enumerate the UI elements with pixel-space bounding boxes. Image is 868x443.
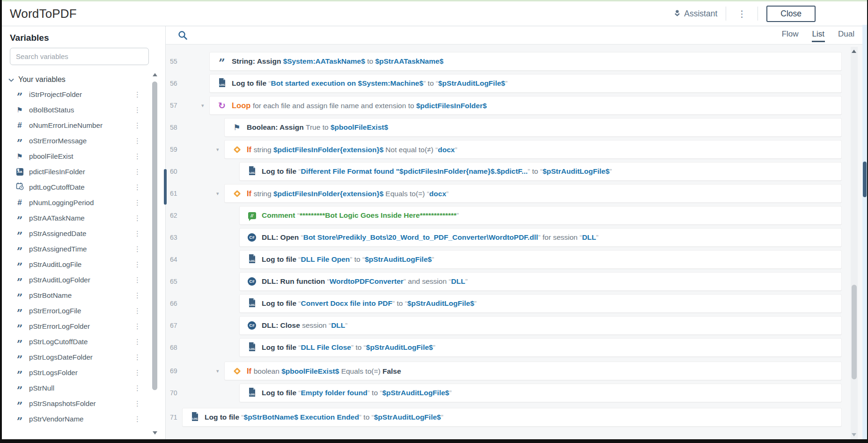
variable-menu-button[interactable]: ⋮ xyxy=(132,291,143,300)
tab-flow[interactable]: Flow xyxy=(781,28,799,42)
variable-menu-button[interactable]: ⋮ xyxy=(132,275,143,284)
variable-row[interactable]: #pNumLoggingPeriod⋮ xyxy=(2,195,165,210)
variable-row[interactable]: ⚑oBolBotStatus⋮ xyxy=(2,102,165,118)
action-card[interactable]: LOGLog to file “Bot started execution on… xyxy=(209,74,842,93)
string-type-icon: ” xyxy=(17,294,23,301)
scroll-down-arrow-icon[interactable] xyxy=(153,431,157,435)
action-card[interactable]: LOGLog to file “$pStrBotName$ Execution … xyxy=(182,408,842,427)
action-card[interactable]: LOGLog to file “DLL File Close” to “$pSt… xyxy=(239,338,842,357)
collapse-caret-icon[interactable]: ▾ xyxy=(216,368,219,374)
scroll-down-arrow-icon[interactable] xyxy=(852,433,856,436)
action-card[interactable]: ”String: Assign $System:AATaskName$ to $… xyxy=(209,52,842,71)
variable-row[interactable]: ”pStrAssignedTime⋮ xyxy=(2,241,165,257)
close-button[interactable]: Close xyxy=(766,6,816,22)
more-options-button[interactable]: ⋮ xyxy=(735,8,749,19)
variable-menu-button[interactable]: ⋮ xyxy=(132,183,143,192)
variable-menu-button[interactable]: ⋮ xyxy=(132,353,143,362)
sidebar-scrollbar[interactable] xyxy=(152,73,158,435)
variable-menu-button[interactable]: ⋮ xyxy=(132,229,143,238)
variable-row[interactable]: ”pStrAATaskName⋮ xyxy=(2,210,165,226)
action-row: 56LOGLog to file “Bot started execution … xyxy=(166,74,842,93)
action-card[interactable]: LOGLog to file “Different File Format fo… xyxy=(239,162,842,181)
variable-menu-button[interactable]: ⋮ xyxy=(132,121,143,130)
variable-row[interactable]: ”pStrAuditLogFile⋮ xyxy=(2,257,165,272)
variable-row[interactable]: #oNumErrorLineNumber⋮ xyxy=(2,118,165,133)
variable-row[interactable]: ”oStrErrorMessage⋮ xyxy=(2,133,165,148)
window-top-strip xyxy=(2,0,867,1)
variable-row[interactable]: ”pStrLogsDateFolder⋮ xyxy=(2,349,165,365)
variable-row[interactable]: ”pStrSnapshotsFolder⋮ xyxy=(2,396,165,411)
variable-menu-button[interactable]: ⋮ xyxy=(132,198,143,207)
variable-menu-button[interactable]: ⋮ xyxy=(132,90,143,99)
your-variables-group[interactable]: Your variables xyxy=(8,75,165,84)
action-text: Log to file “Convert Docx file into PDF”… xyxy=(262,299,477,308)
action-row: 55”String: Assign $System:AATaskName$ to… xyxy=(166,52,842,71)
scroll-up-arrow-icon[interactable] xyxy=(153,73,157,76)
variable-menu-button[interactable]: ⋮ xyxy=(132,337,143,346)
svg-text:LOG: LOG xyxy=(249,259,255,262)
action-text: Log to file “$pStrBotName$ Execution End… xyxy=(205,413,443,421)
variable-menu-button[interactable]: ⋮ xyxy=(132,384,143,392)
variable-row[interactable]: pdtLogCutoffDate⋮ xyxy=(2,179,165,195)
variable-row[interactable]: ”pStrVendorName⋮ xyxy=(2,411,165,427)
variable-name: pStrVendorName xyxy=(29,415,84,423)
variable-row[interactable]: ⚑pboolFileExist⋮ xyxy=(2,148,165,164)
line-number: 55 xyxy=(170,58,177,65)
if-diamond-icon xyxy=(233,146,241,153)
action-list-scrollbar[interactable] xyxy=(851,47,858,439)
string-type-icon: ” xyxy=(17,279,23,285)
action-card[interactable]: LOGLog to file “DLL File Open” to “$pStr… xyxy=(239,250,842,269)
variable-row[interactable]: ”pStrNull⋮ xyxy=(2,380,165,396)
search-actions-icon[interactable] xyxy=(178,30,188,42)
variable-menu-button[interactable]: ⋮ xyxy=(132,322,143,331)
variable-row[interactable]: ”iStrProjectFolder⋮ xyxy=(2,87,165,102)
action-list-scrollbar-thumb[interactable] xyxy=(852,285,857,379)
variable-menu-button[interactable]: ⋮ xyxy=(132,260,143,269)
variable-row[interactable]: ”pStrAssignedDate⋮ xyxy=(2,226,165,241)
variable-row[interactable]: ”pStrLogsFolder⋮ xyxy=(2,365,165,380)
bot-editor-window: WordToPDF Assistant ⋮ Close Variables Yo… xyxy=(2,1,867,439)
variable-menu-button[interactable]: ⋮ xyxy=(132,152,143,161)
action-card[interactable]: If string $pdictFilesInFolder{extension}… xyxy=(224,140,842,159)
variable-row[interactable]: ”pStrLogCutoffDate⋮ xyxy=(2,334,165,349)
action-card[interactable]: LOGLog to file “Convert Docx file into P… xyxy=(239,294,842,313)
variable-row[interactable]: ”pStrErrorLogFolder⋮ xyxy=(2,318,165,334)
scroll-up-arrow-icon[interactable] xyxy=(852,50,856,53)
action-card[interactable]: C#DLL: Run function “WordtoPDFConverter”… xyxy=(239,272,842,291)
variable-menu-button[interactable]: ⋮ xyxy=(132,167,143,176)
variable-row[interactable]: ”pStrBotName⋮ xyxy=(2,288,165,303)
action-card[interactable]: //Comment “*********Bot Logic Goes Insid… xyxy=(239,206,842,225)
divider-scroll-thumb[interactable] xyxy=(164,169,167,205)
action-card[interactable]: C#DLL: Open “Bot Store\Predikly_Bots\20_… xyxy=(239,228,842,247)
collapse-caret-icon[interactable]: ▾ xyxy=(216,147,219,153)
action-card[interactable]: C#DLL: Close session “DLL” xyxy=(239,316,842,335)
variable-row[interactable]: ”pStrAuditLogFolder⋮ xyxy=(2,272,165,288)
page-scrollbar-thumb[interactable] xyxy=(863,162,867,197)
line-number: 61 xyxy=(170,190,177,197)
action-card[interactable]: If string $pdictFilesInFolder{extension}… xyxy=(224,184,842,203)
action-card[interactable]: LOGLog to file “Empty folder found” to “… xyxy=(239,384,842,402)
sidebar-scrollbar-thumb[interactable] xyxy=(152,81,157,390)
action-card[interactable]: ⚑Boolean: Assign True to $pboolFileExist… xyxy=(224,118,842,137)
variable-menu-button[interactable]: ⋮ xyxy=(132,306,143,315)
tab-list[interactable]: List xyxy=(812,28,825,42)
variable-menu-button[interactable]: ⋮ xyxy=(132,244,143,253)
variable-row[interactable]: ”pStrErrorLogFile⋮ xyxy=(2,303,165,318)
action-card[interactable]: If boolean $pboolFileExist$ Equals to(=)… xyxy=(224,362,842,380)
variable-menu-button[interactable]: ⋮ xyxy=(132,368,143,377)
variable-menu-button[interactable]: ⋮ xyxy=(132,105,143,114)
tab-dual[interactable]: Dual xyxy=(838,28,855,42)
variable-name: pStrErrorLogFolder xyxy=(29,322,90,330)
page-scrollbar[interactable] xyxy=(862,25,867,439)
search-variables-input[interactable] xyxy=(10,48,149,65)
variable-menu-button[interactable]: ⋮ xyxy=(132,414,143,423)
collapse-caret-icon[interactable]: ▾ xyxy=(216,191,219,197)
variable-menu-button[interactable]: ⋮ xyxy=(132,136,143,145)
variable-menu-button[interactable]: ⋮ xyxy=(132,214,143,222)
variable-menu-button[interactable]: ⋮ xyxy=(132,399,143,408)
action-text: If boolean $pboolFileExist$ Equals to(=)… xyxy=(247,367,401,376)
assistant-button[interactable]: Assistant xyxy=(674,9,717,19)
collapse-caret-icon[interactable]: ▾ xyxy=(201,103,204,109)
variable-row[interactable]: AapdictFilesInFolder⋮ xyxy=(2,164,165,179)
action-card[interactable]: ↻Loop for each file and assign file name… xyxy=(209,96,842,115)
